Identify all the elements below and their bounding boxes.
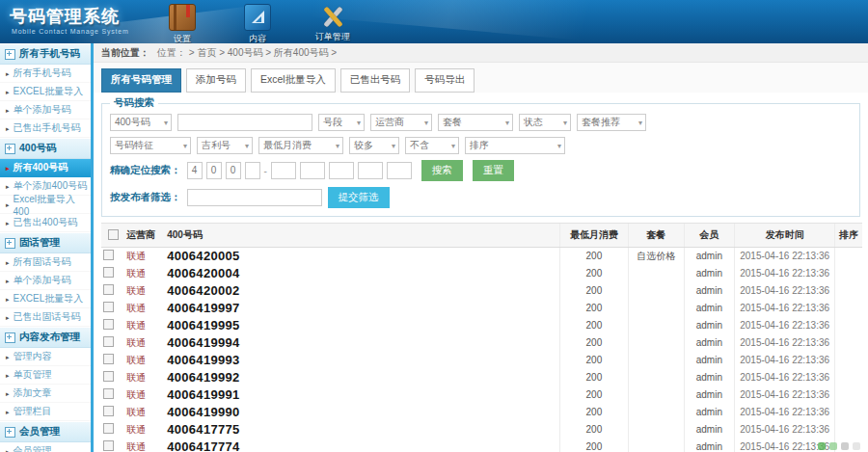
status-dot-icon <box>818 442 826 450</box>
chevron-down-icon: ▾ <box>183 142 187 150</box>
operator-link[interactable]: 联通 <box>126 389 146 400</box>
row-checkbox[interactable] <box>103 336 114 347</box>
select-status[interactable]: 状态▾ <box>519 114 571 131</box>
sidebar-item[interactable]: ▸单页管理 <box>0 366 91 385</box>
chevron-down-icon: ▾ <box>557 142 561 150</box>
operator-link[interactable]: 联通 <box>126 424 146 435</box>
select-segment[interactable]: 号段▾ <box>318 114 365 131</box>
operator-link[interactable]: 联通 <box>126 268 146 279</box>
sidebar-item[interactable]: ▸所有固话号码 <box>0 253 91 272</box>
sidebar-item[interactable]: ▸已售出手机号码 <box>0 120 91 138</box>
select-all-header <box>101 224 124 248</box>
sidebar-section-header-5[interactable]: 会员管理 <box>0 421 91 442</box>
operator-link[interactable]: 联通 <box>126 285 146 296</box>
row-select-cell <box>101 352 124 369</box>
digit-box[interactable] <box>271 162 296 179</box>
select-lucky[interactable]: 吉利号▾ <box>197 137 253 154</box>
select-recommend[interactable]: 套餐推荐▾ <box>577 114 646 131</box>
sidebar-section-header-3[interactable]: 固话管理 <box>0 232 91 253</box>
tab-3[interactable]: Excel批量导入 <box>251 68 336 93</box>
digit-box[interactable]: 4 <box>187 162 203 179</box>
keyword-input[interactable] <box>177 114 312 131</box>
row-checkbox[interactable] <box>103 440 114 451</box>
sidebar-item[interactable]: ▸管理内容 <box>0 348 91 366</box>
sidebar-item[interactable]: ▸管理栏目 <box>0 403 91 421</box>
sidebar-item[interactable]: ▸已售出400号码 <box>0 214 91 232</box>
digit-box[interactable] <box>329 162 354 179</box>
row-checkbox[interactable] <box>103 423 114 434</box>
sidebar-section-header-2[interactable]: 400号码 <box>0 138 91 159</box>
select-feature[interactable]: 号码特征▾ <box>110 137 191 154</box>
operator-link[interactable]: 联通 <box>126 372 146 383</box>
select-plan[interactable]: 套餐▾ <box>438 114 513 131</box>
operator-link[interactable]: 联通 <box>126 337 146 348</box>
sidebar-item-label: 单个添加号码 <box>14 274 71 287</box>
sidebar-item[interactable]: ▸EXCEL批量导入 <box>0 83 91 101</box>
row-checkbox[interactable] <box>103 371 114 382</box>
select-number-type[interactable]: 400号码▾ <box>110 114 172 131</box>
select-more[interactable]: 较多▾ <box>349 137 399 154</box>
digit-box[interactable]: 0 <box>206 162 222 179</box>
sidebar-item[interactable]: ▸EXCEL批量导入 <box>0 290 91 308</box>
select-minfee[interactable]: 最低月消费▾ <box>258 137 343 154</box>
sidebar-item[interactable]: ▸单个添加号码 <box>0 101 91 120</box>
search-button[interactable]: 搜索 <box>421 160 463 181</box>
row-checkbox[interactable] <box>103 267 114 278</box>
row-checkbox[interactable] <box>103 284 114 295</box>
time-cell: 2015-04-16 22:13:36 <box>734 386 834 404</box>
select-label: 较多 <box>354 139 373 152</box>
select-all-checkbox[interactable] <box>108 229 119 240</box>
fee-cell: 200 <box>560 439 628 452</box>
select-operator[interactable]: 运营商▾ <box>370 114 432 131</box>
sidebar-item[interactable]: ▸添加文章 <box>0 385 91 403</box>
nav-settings[interactable]: 设置 <box>152 4 212 43</box>
publisher-input[interactable] <box>187 189 322 206</box>
sidebar-item[interactable]: ▸已售出固话号码 <box>0 308 91 327</box>
tab-5[interactable]: 号码导出 <box>415 68 475 93</box>
operator-link[interactable]: 联通 <box>126 441 146 452</box>
section-title: 400号码 <box>19 142 57 155</box>
sidebar-section-header-4[interactable]: 内容发布管理 <box>0 327 91 348</box>
row-checkbox[interactable] <box>103 302 114 312</box>
sidebar-item[interactable]: ▸会员管理 <box>0 442 91 452</box>
select-exclude[interactable]: 不含▾ <box>405 137 459 154</box>
tab-1[interactable]: 所有号码管理 <box>101 68 181 93</box>
submit-filter-button[interactable]: 提交筛选 <box>328 187 390 208</box>
digit-box[interactable]: 0 <box>226 162 241 179</box>
sidebar-item-label: 管理内容 <box>14 350 52 363</box>
footer-status-icons <box>818 442 860 450</box>
reset-button[interactable]: 重置 <box>473 160 514 181</box>
sidebar-item[interactable]: ▸所有400号码 <box>0 159 91 177</box>
chevron-down-icon: ▾ <box>638 119 642 127</box>
table-row: 联通4006419991200admin2015-04-16 22:13:36 <box>101 386 862 404</box>
operator-link[interactable]: 联通 <box>126 251 146 261</box>
operator-link[interactable]: 联通 <box>126 320 146 331</box>
row-checkbox[interactable] <box>103 406 114 416</box>
operator-link[interactable]: 联通 <box>126 355 146 365</box>
tools-icon <box>320 4 345 29</box>
nav-content[interactable]: 内容 <box>228 4 287 43</box>
nav-label: 设置 <box>174 33 191 43</box>
select-sort[interactable]: 排序▾ <box>465 137 565 154</box>
sidebar-section-header-1[interactable]: 所有手机号码 <box>0 43 91 65</box>
digit-box[interactable] <box>300 162 325 179</box>
sidebar-item[interactable]: ▸所有手机号码 <box>0 65 91 83</box>
row-checkbox[interactable] <box>103 354 114 364</box>
time-cell: 2015-04-16 22:13:36 <box>734 421 834 439</box>
row-checkbox[interactable] <box>103 250 114 260</box>
bullet-icon: ▸ <box>6 259 10 266</box>
row-checkbox[interactable] <box>103 388 114 399</box>
sidebar-item[interactable]: ▸Excel批量导入400 <box>0 196 91 214</box>
operator-link[interactable]: 联通 <box>126 407 146 417</box>
nav-orders[interactable]: 订单管理 <box>303 4 363 43</box>
number-cell: 4006417774 <box>165 439 560 452</box>
digit-box[interactable] <box>358 162 383 179</box>
operator-link[interactable]: 联通 <box>126 303 146 313</box>
tab-4[interactable]: 已售出号码 <box>340 68 411 93</box>
digit-box[interactable] <box>245 162 260 179</box>
digit-box[interactable] <box>387 162 412 179</box>
tab-2[interactable]: 添加号码 <box>186 68 246 93</box>
row-checkbox[interactable] <box>103 319 114 330</box>
number-cell: 4006419991 <box>165 386 560 404</box>
sidebar-item[interactable]: ▸单个添加号码 <box>0 272 91 290</box>
